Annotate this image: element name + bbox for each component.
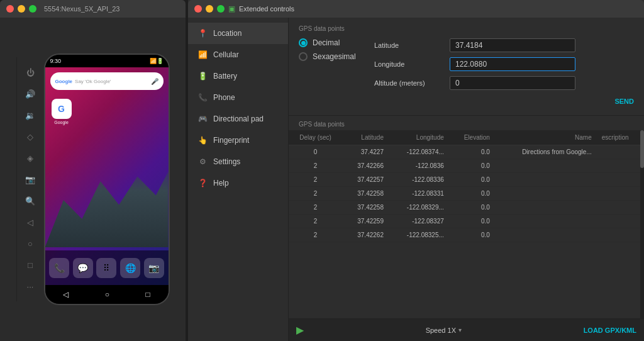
sexagesimal-option[interactable]: Sexagesimal — [299, 52, 362, 61]
cell-delay: 2 — [289, 215, 342, 228]
decimal-option[interactable]: Decimal — [299, 38, 362, 47]
col-latitude: Latitude — [342, 130, 389, 145]
phone-recents-btn[interactable]: □ — [146, 290, 150, 299]
cell-lat: 37.42258 — [342, 187, 389, 201]
table-row[interactable]: 2 37.42257 -122.08336 0.0 — [289, 173, 644, 187]
col-elevation: Elevation — [449, 130, 495, 145]
send-button[interactable]: SEND — [374, 95, 634, 108]
controls-title: Extended controls — [239, 5, 294, 13]
load-gpx-button[interactable]: LOAD GPX/KML — [584, 327, 636, 334]
cell-name — [495, 173, 597, 187]
location-panel: GPS data points Decimal Sexagesimal — [289, 18, 644, 341]
decimal-radio[interactable] — [299, 38, 308, 47]
cell-lon: -122.08374... — [389, 145, 449, 159]
cell-desc — [597, 145, 644, 159]
table-row[interactable]: 0 37.4227 -122.08374... 0.0 Directions f… — [289, 145, 644, 159]
home-nav-button[interactable]: ○ — [21, 235, 39, 252]
nav-item-cellular[interactable]: 📶 Cellular — [188, 44, 288, 65]
controls-titlebar: ▣ Extended controls — [188, 0, 644, 18]
nav-label-phone: Phone — [213, 93, 235, 102]
table-row[interactable]: 2 37.42258 -122.08329... 0.0 — [289, 201, 644, 215]
cell-name — [495, 215, 597, 228]
phone-dock-icon[interactable]: 📞 — [49, 258, 69, 278]
controls-close-button[interactable] — [194, 5, 202, 13]
extended-controls-window: ▣ Extended controls 📍 Location 📶 Cellula… — [188, 0, 644, 341]
controls-minimize-button[interactable] — [206, 5, 213, 13]
altitude-label: Altitude (meters) — [374, 79, 443, 87]
close-button[interactable] — [6, 5, 14, 13]
nav-label-location: Location — [213, 29, 242, 38]
zoom-button[interactable]: 🔍 — [21, 192, 39, 210]
decimal-label: Decimal — [313, 38, 340, 47]
minimize-button[interactable] — [18, 5, 25, 13]
controls-maximize-button[interactable] — [217, 5, 225, 13]
dpad-icon: 🎮 — [198, 115, 207, 123]
browser-dock-icon[interactable]: 🌐 — [120, 258, 140, 278]
apps-dock-icon[interactable]: ⠿ — [96, 258, 116, 278]
camera-dock-icon[interactable]: 📷 — [144, 258, 164, 278]
nav-label-cellular: Cellular — [213, 50, 239, 59]
latitude-input[interactable] — [450, 38, 575, 52]
camera-button[interactable]: 📷 — [21, 170, 39, 188]
longitude-input[interactable] — [450, 57, 575, 71]
nav-item-phone[interactable]: 📞 Phone — [188, 87, 288, 108]
power-button[interactable]: ⏻ — [21, 64, 39, 81]
table-scrollbar-thumb[interactable] — [640, 130, 644, 168]
phone-frame: 9:30 📶🔋 Google Say 'Ok Google' 🎤 G Googl… — [44, 53, 170, 305]
altitude-input[interactable] — [450, 76, 575, 90]
phone-screen[interactable]: Google Say 'Ok Google' 🎤 G Google 📞 💬 ⠿ … — [45, 67, 169, 285]
cell-lat: 37.42259 — [342, 215, 389, 228]
rotate-button[interactable]: ◇ — [21, 128, 39, 145]
mic-icon: 🎤 — [151, 78, 158, 85]
table-row[interactable]: 2 37.42266 -122.0836 0.0 — [289, 159, 644, 173]
more-button[interactable]: ··· — [21, 277, 39, 295]
recents-nav-button[interactable]: □ — [21, 256, 39, 274]
speed-selector[interactable]: Speed 1X ▾ — [426, 327, 462, 334]
volume-down-button[interactable]: 🔉 — [21, 106, 39, 124]
cell-elev: 0.0 — [449, 215, 495, 228]
sms-dock-icon[interactable]: 💬 — [73, 258, 93, 278]
cell-desc — [597, 201, 644, 215]
phone-nav-bar: ◁ ○ □ — [45, 285, 169, 304]
nav-item-location[interactable]: 📍 Location — [188, 23, 288, 44]
screenshot-button[interactable]: ◈ — [21, 149, 39, 167]
col-delay: Delay (sec) — [289, 130, 342, 145]
gps-top-section: GPS data points Decimal Sexagesimal — [289, 18, 644, 116]
longitude-row: Longitude — [374, 57, 634, 71]
emulator-window: 5554:Nexus_5X_API_23 ⏻ 🔊 🔉 ◇ ◈ 📷 🔍 ◁ ○ □… — [0, 0, 186, 341]
nav-item-fingerprint[interactable]: 👆 Fingerprint — [188, 130, 288, 151]
decimal-radio-inner — [301, 41, 306, 45]
table-row[interactable]: 2 37.42262 -122.08325... 0.0 — [289, 228, 644, 242]
cell-lon: -122.0836 — [389, 159, 449, 173]
nav-item-help[interactable]: ❓ Help — [188, 172, 288, 194]
back-nav-button[interactable]: ◁ — [21, 213, 39, 231]
phone-home-btn[interactable]: ○ — [105, 290, 109, 299]
cell-elev: 0.0 — [449, 145, 495, 159]
cell-delay: 2 — [289, 228, 342, 242]
cell-lat: 37.42262 — [342, 228, 389, 242]
nav-label-help: Help — [213, 179, 229, 187]
gps-table-container[interactable]: Delay (sec) Latitude Longitude Elevation… — [289, 130, 644, 318]
google-app-icon[interactable]: G — [52, 99, 72, 119]
nav-item-dpad[interactable]: 🎮 Directional pad — [188, 108, 288, 130]
cell-lat: 37.42266 — [342, 159, 389, 173]
cell-elev: 0.0 — [449, 228, 495, 242]
phone-back-btn[interactable]: ◁ — [63, 290, 69, 299]
maximize-button[interactable] — [29, 5, 36, 13]
table-row[interactable]: 2 37.42259 -122.08327 0.0 — [289, 215, 644, 228]
nav-item-battery[interactable]: 🔋 Battery — [188, 65, 288, 87]
cell-delay: 2 — [289, 201, 342, 215]
coords-form: Latitude Longitude Altitude (meters) SEN… — [374, 38, 634, 108]
col-name: Name — [495, 130, 597, 145]
cell-lon: -122.08329... — [389, 201, 449, 215]
cell-desc — [597, 173, 644, 187]
sexagesimal-radio[interactable] — [299, 52, 308, 61]
play-button[interactable]: ▶ — [296, 324, 304, 336]
gps-bottom-label: GPS data points — [289, 116, 644, 130]
latitude-row: Latitude — [374, 38, 634, 52]
table-row[interactable]: 2 37.42258 -122.08331 0.0 — [289, 187, 644, 201]
phone-search-bar[interactable]: Google Say 'Ok Google' 🎤 — [50, 72, 164, 90]
cell-desc — [597, 215, 644, 228]
nav-item-settings[interactable]: ⚙ Settings — [188, 151, 288, 172]
volume-up-button[interactable]: 🔊 — [21, 85, 39, 103]
